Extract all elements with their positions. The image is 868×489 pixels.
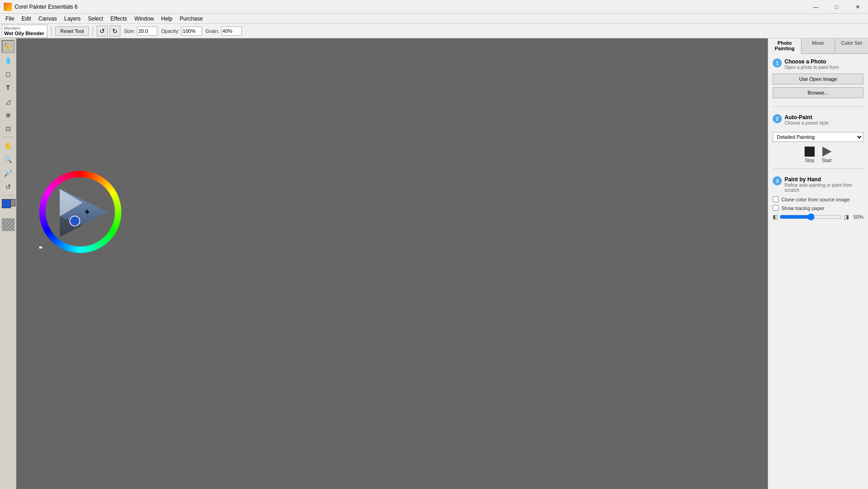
rotate-tool[interactable]: ↺ — [2, 180, 15, 193]
tool-divider-2 — [2, 195, 14, 195]
hue-marker[interactable] — [39, 246, 42, 249]
clone-color-checkbox[interactable] — [773, 196, 779, 202]
main-layout: ✏️ 💧 ◻ T ◿ ⊕ ⊡ ✋ 🔍 🔎 ↺ — [0, 38, 868, 489]
tab-photo-painting[interactable]: Photo Painting — [768, 38, 801, 54]
paper-texture-btn[interactable] — [2, 218, 15, 231]
menu-item-window[interactable]: Window — [131, 15, 158, 23]
choose-photo-header: 1 Choose a Photo Open a photo to paint f… — [773, 58, 863, 70]
opacity-label: Opacity: — [161, 28, 179, 34]
tab-mixer[interactable]: Mixer — [801, 38, 835, 53]
paint-by-hand-header: 3 Paint by Hand Refine auto-painting or … — [773, 176, 863, 193]
tracing-icon-small: ◧ — [773, 214, 778, 220]
tracing-icon-large: ◨ — [844, 214, 849, 220]
use-open-image-button[interactable]: Use Open Image — [773, 74, 863, 84]
show-tracing-checkbox[interactable] — [773, 205, 779, 211]
text-tool[interactable]: T — [2, 81, 15, 94]
clone-color-row: Clone color from source image — [773, 196, 863, 202]
reset-tool-button[interactable]: Reset Tool — [55, 26, 89, 36]
canvas-area[interactable] — [16, 38, 768, 489]
menu-item-canvas[interactable]: Canvas — [35, 15, 61, 23]
close-button[interactable]: ✕ — [847, 0, 868, 14]
hand-tool[interactable]: ✋ — [2, 139, 15, 152]
menu-item-purchase[interactable]: Purchase — [176, 15, 207, 23]
zoom-out-tool[interactable]: 🔎 — [2, 167, 15, 179]
paint-by-hand-subtitle: Refine auto-painting or paint from scrat… — [785, 183, 863, 193]
brush-tool[interactable]: ✏️ — [2, 40, 15, 53]
grain-label: Grain: — [206, 28, 219, 34]
show-tracing-label: Show tracing paper — [781, 205, 825, 211]
auto-paint-subtitle: Choose a preset style — [785, 121, 829, 126]
start-button[interactable]: Start — [822, 147, 832, 163]
auto-paint-header: 2 Auto-Paint Choose a preset style — [773, 114, 863, 126]
tools-panel: ✏️ 💧 ◻ T ◿ ⊕ ⊡ ✋ 🔍 🔎 ↺ — [0, 38, 16, 489]
start-label: Start — [822, 158, 832, 163]
menu-item-file[interactable]: File — [2, 15, 18, 23]
color-wheel-container[interactable] — [39, 171, 121, 253]
eraser-tool[interactable]: ◻ — [2, 68, 15, 80]
choose-photo-title: Choose a Photo — [785, 58, 839, 65]
primary-color-swatch[interactable] — [2, 199, 11, 208]
brush-category: Blenders — [4, 26, 45, 31]
grain-input[interactable] — [221, 26, 242, 36]
rotate-right-button[interactable]: ↻ — [109, 26, 120, 37]
auto-paint-number: 2 — [773, 114, 782, 123]
separator-2 — [93, 26, 93, 36]
color-picker-dot[interactable] — [70, 216, 80, 226]
shape-tool[interactable]: ◿ — [2, 95, 15, 108]
separator-1 — [51, 26, 52, 36]
minimize-button[interactable]: — — [805, 0, 826, 14]
window-controls: — □ ✕ — [805, 0, 868, 14]
paint-by-hand-section: 3 Paint by Hand Refine auto-painting or … — [773, 176, 863, 226]
rotate-left-button[interactable]: ↺ — [97, 26, 108, 37]
panel-tabs: Photo Painting Mixer Color Set — [768, 38, 868, 54]
menu-bar: FileEditCanvasLayersSelectEffectsWindowH… — [0, 14, 868, 24]
opacity-input[interactable] — [182, 26, 202, 36]
tab-color-set[interactable]: Color Set — [835, 38, 868, 53]
svg-rect-10 — [39, 246, 42, 249]
clone-color-label: Clone color from source image — [781, 197, 850, 202]
start-icon — [822, 147, 832, 157]
crop-tool[interactable]: ⊡ — [2, 122, 15, 135]
menu-item-help[interactable]: Help — [157, 15, 176, 23]
brush-selector[interactable]: Blenders Wet Oily Blender — [2, 25, 47, 37]
preset-dropdown[interactable]: Detailed Painting — [773, 132, 863, 142]
title-bar: Corel Painter Essentials 6 — □ ✕ — [0, 0, 868, 14]
maximize-button[interactable]: □ — [826, 0, 847, 14]
menu-item-layers[interactable]: Layers — [61, 15, 84, 23]
auto-paint-controls: Stop Start — [773, 147, 863, 163]
color-swatches — [2, 199, 15, 216]
dropper-tool[interactable]: 💧 — [2, 54, 15, 67]
auto-paint-section: 2 Auto-Paint Choose a preset style Detai… — [773, 114, 863, 169]
app-icon — [4, 3, 12, 11]
brush-name: Wet Oily Blender — [4, 31, 45, 36]
stop-icon — [805, 147, 815, 157]
color-wheel-svg[interactable] — [39, 171, 121, 253]
magnifier-tool[interactable]: 🔍 — [2, 153, 15, 166]
tracing-opacity-slider[interactable] — [780, 214, 842, 220]
size-input[interactable] — [137, 26, 157, 36]
show-tracing-row: Show tracing paper — [773, 205, 863, 211]
right-panel: Photo Painting Mixer Color Set 1 Choose … — [768, 38, 868, 489]
menu-item-select[interactable]: Select — [84, 15, 107, 23]
stop-button[interactable]: Stop — [805, 147, 815, 163]
menu-item-edit[interactable]: Edit — [18, 15, 35, 23]
tracing-slider-value: 50% — [851, 214, 863, 220]
choose-photo-number: 1 — [773, 58, 782, 68]
size-label: Size: — [124, 28, 135, 34]
app-title: Corel Painter Essentials 6 — [15, 4, 78, 10]
paint-by-hand-title: Paint by Hand — [785, 176, 863, 183]
paint-by-hand-number: 3 — [773, 176, 782, 185]
tool-divider-1 — [2, 137, 14, 137]
stop-label: Stop — [805, 158, 815, 163]
auto-paint-title: Auto-Paint — [785, 114, 829, 121]
choose-photo-subtitle: Open a photo to paint from — [785, 65, 839, 70]
panel-content: 1 Choose a Photo Open a photo to paint f… — [768, 54, 868, 489]
menu-item-effects[interactable]: Effects — [107, 15, 130, 23]
toolbar: Blenders Wet Oily Blender Reset Tool ↺ ↻… — [0, 24, 868, 38]
transform-tool[interactable]: ⊕ — [2, 109, 15, 121]
browse-button[interactable]: Browse... — [773, 87, 863, 98]
tracing-slider-row: ◧ ◨ 50% — [773, 214, 863, 220]
choose-photo-section: 1 Choose a Photo Open a photo to paint f… — [773, 58, 863, 107]
